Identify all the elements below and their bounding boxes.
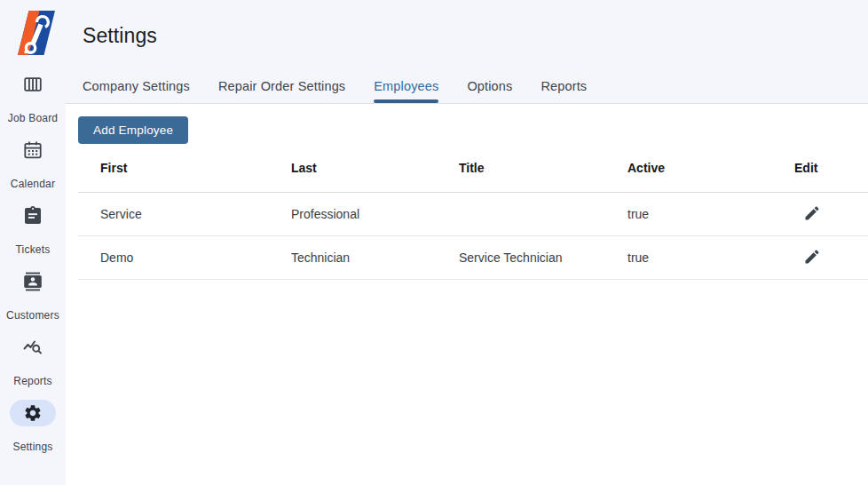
app-logo	[10, 9, 56, 57]
column-header-active: Active	[627, 144, 794, 192]
tab-bar: Company Settings Repair Order Settings E…	[66, 71, 868, 104]
edit-employee-button[interactable]	[801, 203, 823, 224]
page-header: Settings	[66, 0, 868, 71]
sidebar-nav: Job Board	[6, 71, 59, 453]
table-row: Demo Technician Service Technician true	[78, 235, 868, 279]
employees-panel: Add Employee First Last Title Active Edi…	[66, 104, 868, 485]
sidebar-item-calendar[interactable]: Calendar	[10, 137, 56, 190]
table-row: Service Professional true	[78, 192, 868, 235]
app-window: Job Board	[0, 0, 868, 485]
settings-gear-icon	[23, 403, 43, 423]
sidebar-item-label: Calendar	[11, 178, 55, 190]
job-board-icon	[22, 74, 43, 95]
sidebar-item-settings[interactable]: Settings	[10, 400, 56, 453]
calendar-icon	[22, 139, 43, 161]
tab-options[interactable]: Options	[467, 79, 512, 103]
sidebar: Job Board	[0, 0, 66, 485]
sidebar-item-label: Reports	[13, 375, 51, 387]
pencil-icon	[803, 248, 821, 266]
tab-employees[interactable]: Employees	[374, 79, 438, 103]
column-header-title: Title	[459, 144, 627, 192]
column-header-edit: Edit	[794, 144, 868, 192]
tab-repair-order-settings[interactable]: Repair Order Settings	[218, 79, 345, 103]
reports-icon	[22, 337, 43, 358]
pencil-icon	[803, 204, 821, 222]
customers-icon	[22, 271, 43, 292]
sidebar-item-label: Customers	[6, 309, 59, 322]
wrench-logo-icon	[10, 9, 56, 57]
main-area: Settings Company Settings Repair Order S…	[66, 0, 868, 485]
edit-employee-button[interactable]	[801, 246, 823, 267]
tickets-icon	[22, 205, 43, 227]
cell-first: Demo	[78, 235, 291, 279]
cell-first: Service	[78, 192, 291, 235]
cell-active: true	[627, 192, 794, 235]
active-item-pill	[10, 400, 56, 426]
add-employee-button[interactable]: Add Employee	[78, 116, 188, 144]
sidebar-item-job-board[interactable]: Job Board	[8, 71, 59, 124]
active-tab-indicator	[374, 99, 438, 103]
column-header-first: First	[78, 144, 291, 192]
table-header-row: First Last Title Active Edit	[78, 144, 868, 192]
sidebar-item-tickets[interactable]: Tickets	[10, 203, 56, 256]
tab-reports[interactable]: Reports	[541, 79, 587, 103]
cell-title	[459, 192, 627, 235]
sidebar-item-label: Job Board	[8, 112, 59, 124]
employees-table: First Last Title Active Edit Service Pro…	[78, 144, 868, 280]
sidebar-item-label: Tickets	[16, 243, 51, 256]
cell-title: Service Technician	[459, 235, 627, 279]
sidebar-item-label: Settings	[13, 441, 53, 453]
cell-last: Technician	[291, 235, 459, 279]
sidebar-item-customers[interactable]: Customers	[6, 268, 59, 322]
tab-company-settings[interactable]: Company Settings	[83, 79, 190, 103]
page-title: Settings	[83, 24, 157, 48]
sidebar-item-reports[interactable]: Reports	[10, 334, 56, 387]
column-header-last: Last	[291, 144, 459, 192]
cell-last: Professional	[291, 192, 459, 235]
cell-active: true	[627, 235, 794, 279]
